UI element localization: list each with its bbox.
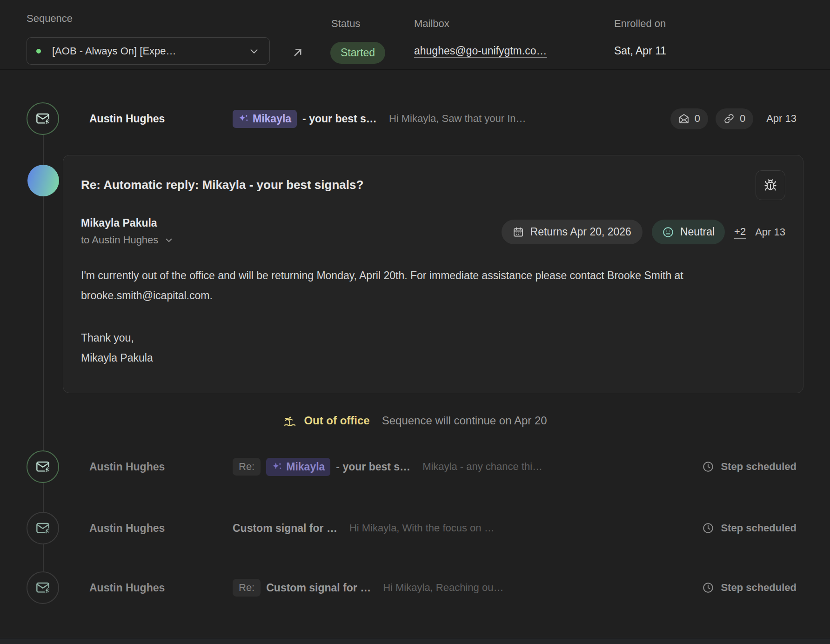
sequence-select-value: [AOB - Always On] [Expe… — [52, 45, 241, 57]
recipient-expander[interactable]: to Austin Hughes — [81, 234, 174, 246]
clock-icon — [702, 522, 714, 534]
enrolled-on-label: Enrolled on — [614, 18, 666, 30]
email-row-sent[interactable]: Austin Hughes Mikayla - your best s… Hi … — [27, 102, 797, 135]
row-sender: Austin Hughes — [89, 522, 233, 535]
row-date: Apr 13 — [766, 113, 797, 125]
out-of-office-label: Out of office — [304, 414, 369, 427]
row-status: Step scheduled — [702, 582, 797, 594]
subject-text: Custom signal for … — [266, 582, 371, 594]
bottom-panel-edge — [0, 638, 830, 644]
row-preview: Hi Mikayla, Reaching ou… — [383, 582, 690, 594]
row-subject: Re: Mikayla - your best s… — [233, 458, 410, 476]
returns-date-label: Returns Apr 20, 2026 — [530, 226, 631, 238]
opens-stat: 0 — [670, 108, 708, 129]
row-preview: Hi Mikayla, Saw that your In… — [389, 113, 658, 125]
email-row-scheduled-2[interactable]: Austin Hughes Custom signal for … Hi Mik… — [27, 511, 797, 545]
out-of-office-label-group: Out of office — [283, 414, 369, 428]
email-body: I'm currently out of the office and will… — [81, 266, 751, 306]
mailbox-label: Mailbox — [414, 18, 449, 30]
sequence-active-dot-icon — [36, 49, 41, 54]
chevron-down-icon — [164, 235, 174, 245]
contact-token-label: Mikayla — [253, 113, 291, 125]
sequence-label: Sequence — [27, 13, 73, 25]
step-scheduled-label: Step scheduled — [721, 522, 797, 534]
email-sent-step-icon — [27, 102, 59, 135]
recipient-label: to Austin Hughes — [81, 234, 158, 246]
contact-token-label: Mikayla — [286, 461, 325, 473]
returns-date-badge: Returns Apr 20, 2026 — [502, 220, 643, 244]
contact-token-badge: Mikayla — [233, 110, 297, 128]
enrolled-on-value: Sat, Apr 11 — [614, 45, 666, 57]
sequence-select[interactable]: [AOB - Always On] [Expe… — [27, 37, 270, 65]
email-badges: Returns Apr 20, 2026 Neutral +2 Apr 13 — [502, 220, 785, 244]
status-label: Status — [331, 18, 360, 30]
sparkle-icon — [238, 114, 248, 124]
clock-icon — [702, 461, 714, 473]
enrollment-header: Sequence [AOB - Always On] [Expe… Status… — [0, 0, 830, 70]
row-subject: Custom signal for … — [233, 522, 337, 535]
row-sender: Austin Hughes — [89, 113, 233, 125]
chevron-down-icon — [248, 45, 260, 57]
enrollment-detail-panel: Sequence [AOB - Always On] [Expe… Status… — [0, 0, 830, 644]
email-scheduled-step-icon — [27, 571, 59, 604]
step-scheduled-label: Step scheduled — [721, 461, 797, 473]
reply-email-card: Re: Automatic reply: Mikayla - your best… — [63, 155, 803, 393]
row-preview: Mikayla - any chance thi… — [422, 461, 690, 473]
subject-text: Custom signal for … — [233, 522, 337, 535]
report-bug-button[interactable] — [756, 170, 785, 200]
opens-count: 0 — [695, 113, 700, 125]
clicks-stat: 0 — [716, 108, 753, 129]
sentiment-badge[interactable]: Neutral — [652, 220, 725, 244]
link-icon — [723, 113, 735, 124]
email-scheduled-step-icon — [27, 512, 59, 544]
reply-badge: Re: — [233, 579, 261, 597]
email-row-scheduled-1[interactable]: Austin Hughes Re: Mikayla - your best s…… — [27, 450, 797, 483]
mail-open-icon — [678, 113, 689, 124]
email-scheduled-step-icon — [27, 450, 59, 483]
signature-line: Mikayla Pakula — [81, 348, 785, 368]
clock-icon — [702, 582, 714, 594]
sentiment-label: Neutral — [680, 226, 715, 238]
email-row-scheduled-3[interactable]: Austin Hughes Re: Custom signal for … Hi… — [27, 571, 797, 604]
row-status: Step scheduled — [702, 461, 797, 473]
step-scheduled-label: Step scheduled — [721, 582, 797, 594]
sequence-continue-note: Sequence will continue on Apr 20 — [382, 414, 547, 427]
row-status: Step scheduled — [702, 522, 797, 534]
contact-avatar — [27, 165, 59, 196]
signature-line: Thank you, — [81, 328, 785, 348]
palm-island-icon — [283, 414, 297, 428]
subject-rest: - your best s… — [336, 461, 410, 473]
row-sender: Austin Hughes — [89, 582, 233, 594]
more-recipients-toggle[interactable]: +2 — [734, 226, 746, 239]
neutral-face-icon — [662, 226, 674, 238]
row-preview: Hi Mikayla, With the focus on … — [349, 522, 690, 534]
email-subject-title: Re: Automatic reply: Mikayla - your best… — [81, 178, 363, 192]
email-signature: Thank you, Mikayla Pakula — [81, 328, 785, 368]
out-of-office-notice: Out of office Sequence will continue on … — [0, 408, 830, 434]
sender-block: Mikayla Pakula to Austin Hughes — [81, 217, 174, 246]
reply-badge: Re: — [233, 458, 261, 476]
subject-rest: - your best s… — [302, 113, 377, 125]
email-date: Apr 13 — [755, 226, 785, 238]
row-meta: 0 0 Apr 13 — [670, 108, 797, 129]
sender-name: Mikayla Pakula — [81, 217, 174, 229]
row-subject: Re: Custom signal for … — [233, 579, 371, 597]
row-sender: Austin Hughes — [89, 461, 233, 473]
calendar-icon — [513, 227, 524, 238]
mailbox-link[interactable]: ahughes@go-unifygtm.co… — [414, 45, 547, 57]
open-sequence-link-icon[interactable] — [291, 46, 305, 60]
contact-token-badge: Mikayla — [266, 458, 330, 476]
status-badge: Started — [330, 42, 385, 64]
sparkle-icon — [272, 462, 282, 472]
row-subject: Mikayla - your best s… — [233, 110, 377, 128]
clicks-count: 0 — [740, 113, 745, 125]
bug-icon — [764, 179, 777, 192]
